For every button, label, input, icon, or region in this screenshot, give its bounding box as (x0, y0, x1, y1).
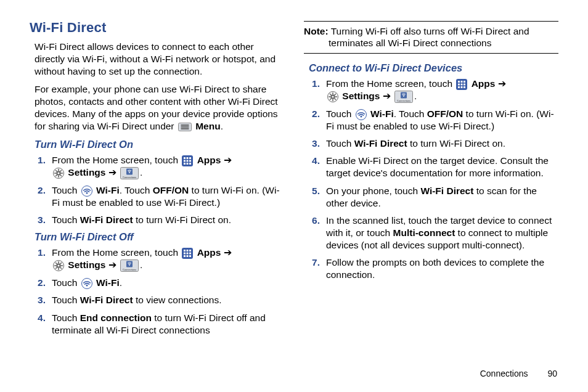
connections-tab-icon (120, 167, 139, 179)
list-item: 3. Touch Wi-Fi Direct to turn Wi-Fi Dire… (309, 137, 558, 150)
wifi-label: Wi-Fi (96, 185, 120, 195)
settings-label: Settings (68, 167, 105, 178)
t: . (140, 167, 142, 178)
t: From the Home screen, touch (52, 247, 181, 258)
step-number: 2. (35, 277, 52, 289)
t: . Touch (394, 108, 427, 119)
wifidirect-label: Wi-Fi Direct (80, 214, 133, 225)
wifi-label: Wi-Fi (96, 277, 120, 288)
section-connect-heading: Connect to Wi-Fi Direct Devices (309, 62, 558, 74)
note-rule-bottom (304, 53, 558, 54)
t: . (120, 277, 122, 288)
settings-icon (53, 260, 64, 271)
menu-label: Menu (195, 121, 220, 131)
step-number: 2. (35, 184, 52, 209)
left-column: Wi-Fi Direct Wi-Fi Direct allows devices… (30, 20, 284, 365)
offon-label: OFF/ON (427, 108, 463, 119)
list-item: 3. Touch Wi-Fi Direct to turn Wi-Fi Dire… (35, 214, 284, 226)
page-columns: Wi-Fi Direct Wi-Fi Direct allows devices… (30, 20, 558, 365)
footer-section-name: Connections (480, 369, 528, 378)
step-body: Touch Wi-Fi. Touch OFF/ON to turn Wi-Fi … (52, 184, 284, 209)
t: to turn Wi-Fi Direct on. (407, 138, 505, 149)
apps-label: Apps (197, 155, 221, 165)
step-number: 3. (35, 294, 52, 306)
arrow: ➔ (221, 155, 231, 165)
step-body: From the Home screen, touch Apps ➔ Setti… (52, 247, 284, 272)
step-body: On your phone, touch Wi-Fi Direct to sca… (326, 185, 558, 210)
step-body: Follow the prompts on both devices to co… (326, 256, 558, 281)
wifi-icon (81, 278, 92, 289)
list-item: 1. From the Home screen, touch Apps ➔ Se… (35, 247, 284, 272)
step-body: Enable Wi-Fi Direct on the target device… (326, 155, 558, 179)
intro-para-1: Wi-Fi Direct allows devices to connect t… (35, 41, 284, 77)
right-column: Note: Turning Wi-Fi off also turns off W… (304, 20, 558, 365)
list-item: 3. Touch Wi-Fi Direct to view connection… (35, 294, 284, 306)
turn-on-steps: 1. From the Home screen, touch Apps ➔ Se… (35, 154, 284, 226)
apps-icon (182, 248, 193, 259)
apps-icon (456, 79, 467, 90)
list-item: 4. Touch End connection to turn Wi-Fi Di… (35, 312, 284, 337)
list-item: 4. Enable Wi-Fi Direct on the target dev… (309, 155, 558, 179)
t: Touch (52, 214, 80, 225)
t: On your phone, touch (326, 186, 420, 196)
apps-icon (182, 155, 193, 166)
offon-label: OFF/ON (153, 185, 189, 195)
t: From the Home screen, touch (326, 78, 455, 89)
step-number: 1. (35, 154, 52, 179)
t: to view connections. (133, 295, 222, 305)
step-number: 2. (309, 108, 326, 133)
arrow: ➔ (221, 247, 231, 258)
connections-tab-icon (120, 259, 139, 272)
t: Touch (326, 138, 354, 149)
step-body: Touch Wi-Fi Direct to turn Wi-Fi Direct … (326, 137, 558, 150)
step-number: 5. (309, 185, 326, 210)
list-item: 2. Touch Wi-Fi. Touch OFF/ON to turn Wi-… (35, 184, 284, 209)
note-label: Note: (304, 26, 329, 36)
settings-label: Settings (68, 259, 105, 270)
arrow: ➔ (105, 167, 119, 178)
step-number: 1. (35, 247, 52, 272)
list-item: 7. Follow the prompts on both devices to… (309, 256, 558, 281)
section-turn-off-heading: Turn Wi-Fi Direct Off (35, 231, 284, 243)
step-body: From the Home screen, touch Apps ➔ Setti… (326, 78, 558, 103)
intro2-text-a: For example, your phone can use Wi-Fi Di… (35, 84, 278, 131)
wifi-icon (356, 109, 367, 120)
step-body: Touch End connection to turn Wi-Fi Direc… (52, 312, 284, 337)
settings-icon (53, 168, 64, 179)
t: Touch (326, 108, 354, 119)
note-text: Turning Wi-Fi off also turns off Wi-Fi D… (329, 26, 529, 48)
wifidirect-label: Wi-Fi Direct (80, 295, 133, 305)
list-item: 2. Touch Wi-Fi. (35, 277, 284, 289)
intro-para-2: For example, your phone can use Wi-Fi Di… (35, 83, 284, 132)
settings-icon (327, 91, 338, 102)
note-rule-top (304, 21, 558, 22)
t: From the Home screen, touch (52, 155, 181, 165)
arrow: ➔ (105, 259, 119, 270)
end-connection-label: End connection (80, 312, 152, 323)
footer-page-number: 90 (547, 369, 557, 378)
t: . (414, 91, 417, 101)
wifi-icon (81, 186, 92, 197)
note-block: Note: Turning Wi-Fi off also turns off W… (304, 25, 558, 49)
multi-connect-label: Multi-connect (393, 227, 455, 238)
intro2-text-b: . (221, 121, 223, 131)
page-title: Wi-Fi Direct (30, 20, 284, 36)
settings-label: Settings (342, 91, 380, 101)
arrow: ➔ (495, 78, 505, 89)
connections-tab-icon (394, 91, 413, 103)
step-body: Touch Wi-Fi. Touch OFF/ON to turn Wi-Fi … (326, 108, 558, 133)
step-number: 3. (35, 214, 52, 226)
page-footer: Connections 90 (480, 369, 557, 378)
step-number: 6. (309, 214, 326, 251)
list-item: 6. In the scanned list, touch the target… (309, 214, 558, 251)
arrow: ➔ (380, 91, 393, 101)
menu-icon (178, 123, 192, 131)
step-number: 3. (309, 137, 326, 150)
section-turn-on-heading: Turn Wi-Fi Direct On (35, 139, 284, 150)
step-number: 4. (35, 312, 52, 337)
t: Touch (52, 185, 80, 195)
step-body: From the Home screen, touch Apps ➔ Setti… (52, 154, 284, 179)
step-body: In the scanned list, touch the target de… (326, 214, 558, 251)
t: Touch (52, 295, 80, 305)
step-number: 7. (309, 256, 326, 281)
